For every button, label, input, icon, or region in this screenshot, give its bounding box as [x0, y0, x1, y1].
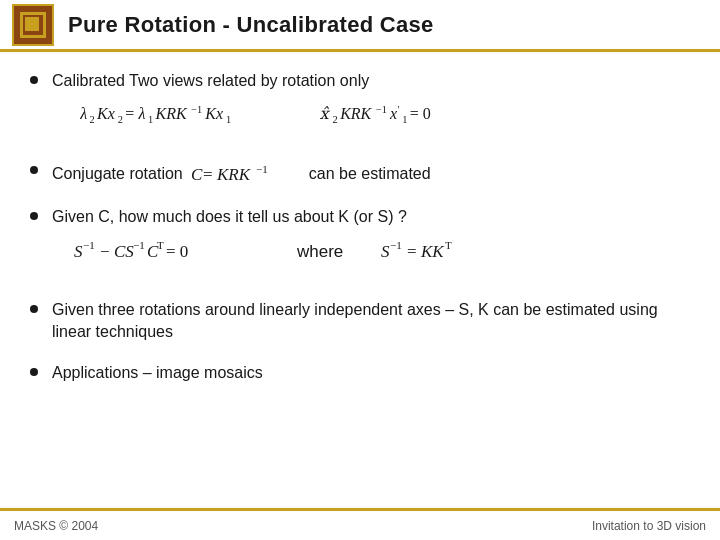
svg-text:Kx: Kx: [204, 105, 223, 122]
bullet-text-2-post: can be estimated: [309, 163, 431, 185]
svg-text:2: 2: [118, 115, 123, 126]
svg-text:1: 1: [148, 115, 153, 126]
svg-text:=: =: [407, 242, 417, 261]
svg-text:−1: −1: [390, 239, 402, 251]
svg-text:KRK: KRK: [216, 165, 252, 184]
bullet-text-2-pre: Conjugate rotation: [52, 163, 183, 185]
bullet-text-5: Applications – image mosaics: [52, 362, 263, 384]
svg-text:Kx: Kx: [96, 105, 115, 122]
bullet-dot: [30, 76, 38, 84]
svg-text:= 0: = 0: [166, 242, 188, 261]
svg-text:x̂: x̂: [319, 105, 330, 122]
logo: [12, 4, 54, 46]
main-content: Calibrated Two views related by rotation…: [0, 52, 720, 412]
bullet-dot: [30, 212, 38, 220]
svg-text:′: ′: [398, 104, 400, 115]
svg-text:T: T: [445, 239, 452, 251]
svg-text:2: 2: [333, 115, 338, 126]
list-item: Given C, how much does it tell us about …: [30, 206, 690, 280]
bullet-dot: [30, 305, 38, 313]
svg-text:KRK: KRK: [154, 105, 187, 122]
svg-text:1: 1: [402, 115, 407, 126]
footer-copyright: MASKS © 2004: [14, 519, 98, 533]
svg-text:C: C: [191, 165, 203, 184]
svg-text:−1: −1: [191, 104, 202, 115]
svg-text:λ: λ: [138, 105, 146, 122]
conjugate-formula-svg: C = KRK −1: [191, 160, 301, 188]
svg-text:λ: λ: [79, 105, 87, 122]
svg-text:T: T: [157, 239, 164, 251]
svg-text:−1: −1: [83, 239, 95, 251]
svg-text:2: 2: [90, 115, 95, 126]
formula-svg-2: x̂ 2 KRK −1 x ′ 1 = 0: [314, 98, 499, 130]
formula-svg-3a: S −1 − CS −1 C T = 0: [74, 235, 259, 269]
svg-text:−: −: [100, 242, 110, 261]
svg-text:=: =: [203, 165, 213, 184]
svg-text:CS: CS: [114, 242, 134, 261]
footer: MASKS © 2004 Invitation to 3D vision: [0, 508, 720, 540]
footer-subtitle: Invitation to 3D vision: [592, 519, 706, 533]
svg-text:= 0: = 0: [410, 105, 431, 122]
svg-text:S: S: [74, 242, 83, 261]
header: Pure Rotation - Uncalibrated Case: [0, 0, 720, 52]
bullet-dot: [30, 368, 38, 376]
svg-text:−1: −1: [133, 239, 145, 251]
formula-svg-3b: S −1 = KK T: [381, 235, 501, 269]
svg-text:KRK: KRK: [339, 105, 372, 122]
where-label: where: [297, 242, 343, 262]
page-title: Pure Rotation - Uncalibrated Case: [68, 12, 434, 38]
svg-text:−1: −1: [376, 104, 387, 115]
svg-text:1: 1: [226, 115, 231, 126]
formula-row-1: λ 2 Kx 2 = λ 1 KRK −1 Kx 1: [74, 98, 499, 130]
formula-svg-1: λ 2 Kx 2 = λ 1 KRK −1 Kx 1: [74, 98, 284, 130]
svg-text:−1: −1: [256, 163, 268, 175]
svg-text:S: S: [381, 242, 390, 261]
list-item: Given three rotations around linearly in…: [30, 299, 690, 344]
bullet-list: Calibrated Two views related by rotation…: [30, 70, 690, 384]
bullet-text-3: Given C, how much does it tell us about …: [52, 206, 501, 228]
list-item: Calibrated Two views related by rotation…: [30, 70, 690, 142]
svg-text:x: x: [389, 105, 397, 122]
bullet-text-1: Calibrated Two views related by rotation…: [52, 70, 499, 92]
list-item: Conjugate rotation C = KRK −1 can be est…: [30, 160, 690, 188]
formula-row-3: S −1 − CS −1 C T = 0 where S −1 = KK: [74, 235, 501, 269]
svg-text:KK: KK: [420, 242, 445, 261]
svg-text:=: =: [125, 105, 134, 122]
bullet-text-4: Given three rotations around linearly in…: [52, 299, 690, 344]
list-item: Applications – image mosaics: [30, 362, 690, 384]
bullet-dot: [30, 166, 38, 174]
